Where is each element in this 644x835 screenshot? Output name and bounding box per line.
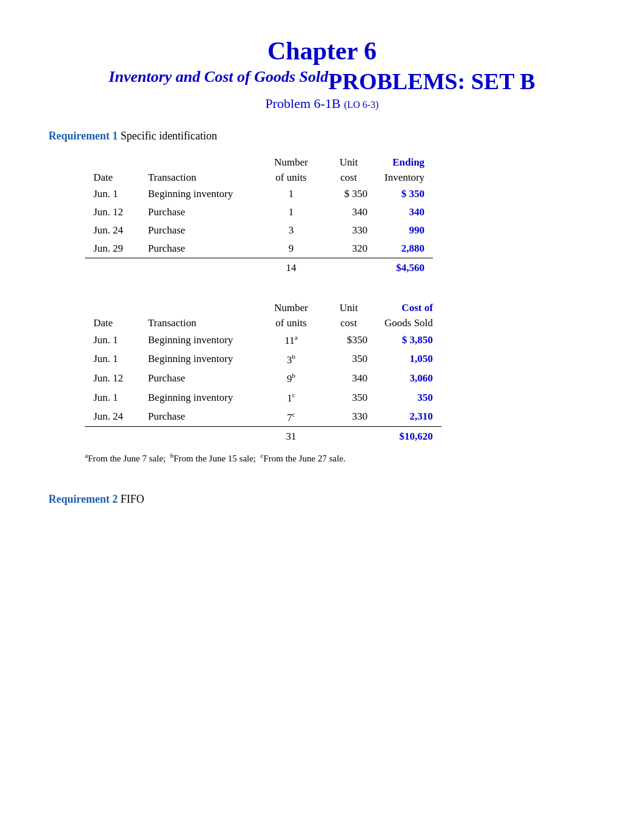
table-row: Jun. 24 Purchase 7c 330 2,310 [85, 407, 441, 427]
cogs-unit-header-top: Unit [321, 299, 376, 314]
cogs-table: Number Unit Cost of Date Transaction of … [85, 299, 441, 446]
ending-inventory-table: Number Unit Ending Date Transaction of u… [85, 153, 433, 277]
cogs-row-cost: 350 [321, 388, 376, 407]
requirement2-header: Requirement 2 FIFO [49, 493, 595, 506]
ei-transaction-header-empty [139, 153, 261, 169]
requirement1-header: Requirement 1 Specific identification [49, 130, 595, 143]
cogs-row-date: Jun. 1 [85, 388, 139, 407]
ei-row-ending: 990 [376, 221, 433, 240]
cogs-row-transaction: Beginning inventory [139, 330, 261, 350]
table-row: Jun. 1 Beginning inventory 1c 350 350 [85, 388, 441, 407]
ei-total-unit-empty [321, 258, 376, 278]
cogs-row-cogs: 1,050 [376, 350, 441, 369]
cogs-row-date: Jun. 1 [85, 330, 139, 350]
cogs-total-row: 31 $10,620 [85, 427, 441, 446]
ei-row-date: Jun. 29 [85, 240, 139, 258]
lo-label: (LO 6-3) [344, 99, 378, 110]
cogs-cogs-header-bot: Goods Sold [376, 314, 441, 330]
cogs-row-units: 9b [261, 369, 321, 388]
cogs-row-cost: $350 [321, 330, 376, 350]
cogs-row-date: Jun. 12 [85, 369, 139, 388]
footnote-c: From the June 27 sale. [263, 454, 345, 463]
table-row: Jun. 12 Purchase 9b 340 3,060 [85, 369, 441, 388]
problems-set: PROBLEMS: SET B [328, 68, 535, 95]
ending-inv-header-row1: Number Unit Ending [85, 153, 433, 169]
header-section: Chapter 6 Inventory and Cost of Goods So… [49, 36, 595, 112]
cogs-date-header-empty [85, 299, 139, 314]
ei-row-cost: 340 [321, 203, 376, 221]
problem-line: Problem 6-1B (LO 6-3) [49, 96, 595, 112]
ei-date-col-header: Date [85, 169, 139, 185]
footnote-a: From the June 7 sale; [88, 454, 166, 463]
cogs-unit-header-bot: cost [321, 314, 376, 330]
problem-number: Problem 6-1B [266, 96, 341, 111]
ei-ending-header-top: Ending [376, 153, 433, 169]
ei-number-header-bot: of units [261, 169, 321, 185]
ei-row-ending: 340 [376, 203, 433, 221]
table-row: Jun. 1 Beginning inventory 11a $350 $ 3,… [85, 330, 441, 350]
ei-row-transaction: Purchase [139, 203, 261, 221]
cogs-total-cogs: $10,620 [376, 427, 441, 446]
ei-date-header-empty [85, 153, 139, 169]
cogs-row-cogs: 2,310 [376, 407, 441, 427]
subtitle-row: Inventory and Cost of Goods Sold PROBLEM… [49, 68, 595, 95]
ei-row-ending: $ 350 [376, 185, 433, 203]
table-row: Jun. 12 Purchase 1 340 340 [85, 203, 433, 221]
cogs-row-transaction: Purchase [139, 407, 261, 427]
ei-row-cost: 320 [321, 240, 376, 258]
ei-row-units: 1 [261, 185, 321, 203]
ei-row-units: 1 [261, 203, 321, 221]
ending-inv-header-row2: Date Transaction of units cost Inventory [85, 169, 433, 185]
cogs-total-date [85, 427, 139, 446]
inventory-subtitle: Inventory and Cost of Goods Sold [109, 68, 328, 86]
cogs-row-cost: 340 [321, 369, 376, 388]
ei-number-header-top: Number [261, 153, 321, 169]
cogs-row-date: Jun. 24 [85, 407, 139, 427]
ei-ending-header-bot: Inventory [376, 169, 433, 185]
ei-unit-header-top: Unit [321, 153, 376, 169]
cogs-cogs-header-top: Cost of [376, 299, 441, 314]
ei-row-cost: 330 [321, 221, 376, 240]
cogs-transaction-header-empty [139, 299, 261, 314]
ei-total-date [85, 258, 139, 278]
cogs-row-cogs: 350 [376, 388, 441, 407]
cogs-row-transaction: Beginning inventory [139, 350, 261, 369]
ei-total-transaction [139, 258, 261, 278]
ei-row-date: Jun. 1 [85, 185, 139, 203]
requirement1-label: Requirement 1 [49, 130, 118, 142]
ei-row-units: 9 [261, 240, 321, 258]
chapter-title: Chapter 6 [49, 36, 595, 65]
ei-row-transaction: Purchase [139, 221, 261, 240]
ei-row-cost: $ 350 [321, 185, 376, 203]
cogs-header-row1: Number Unit Cost of [85, 299, 441, 314]
cogs-date-col-header: Date [85, 314, 139, 330]
requirement2-label: Requirement 2 [49, 493, 118, 505]
cogs-row-transaction: Beginning inventory [139, 388, 261, 407]
ei-unit-header-bot: cost [321, 169, 376, 185]
requirement2-method: FIFO [121, 493, 144, 505]
footnote: aFrom the June 7 sale; bFrom the June 15… [85, 452, 595, 464]
cogs-number-header-bot: of units [261, 314, 321, 330]
ei-total-units: 14 [261, 258, 321, 278]
cogs-total-transaction [139, 427, 261, 446]
ei-row-transaction: Beginning inventory [139, 185, 261, 203]
table-row: Jun. 24 Purchase 3 330 990 [85, 221, 433, 240]
ei-row-date: Jun. 24 [85, 221, 139, 240]
cogs-row-cost: 350 [321, 350, 376, 369]
ei-total-row: 14 $4,560 [85, 258, 433, 278]
cogs-row-cogs: 3,060 [376, 369, 441, 388]
ei-row-ending: 2,880 [376, 240, 433, 258]
cogs-row-units: 3b [261, 350, 321, 369]
cogs-row-units: 1c [261, 388, 321, 407]
cogs-row-cost: 330 [321, 407, 376, 427]
ei-total-ending: $4,560 [376, 258, 433, 278]
ei-row-units: 3 [261, 221, 321, 240]
cogs-total-units: 31 [261, 427, 321, 446]
cogs-row-cogs: $ 3,850 [376, 330, 441, 350]
cogs-total-unit-empty [321, 427, 376, 446]
cogs-row-units: 11a [261, 330, 321, 350]
ei-transaction-col-header: Transaction [139, 169, 261, 185]
table-row: Jun. 29 Purchase 9 320 2,880 [85, 240, 433, 258]
ei-row-transaction: Purchase [139, 240, 261, 258]
table-row: Jun. 1 Beginning inventory 1 $ 350 $ 350 [85, 185, 433, 203]
